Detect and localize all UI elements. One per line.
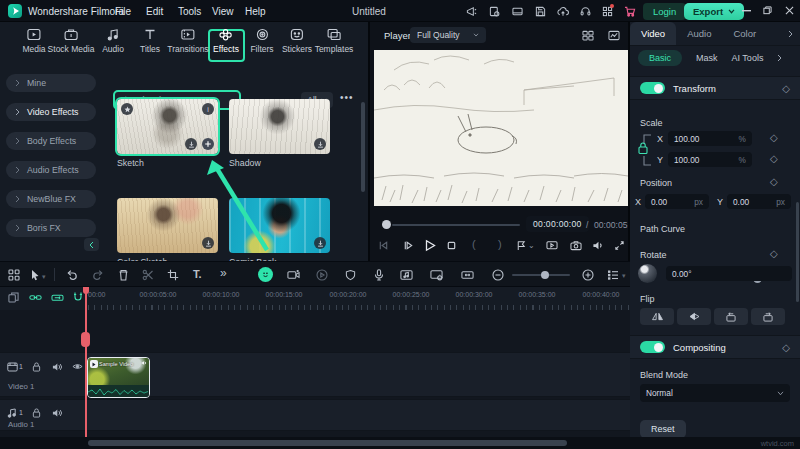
inspector-scrollbar[interactable]: [796, 202, 799, 302]
menu-file[interactable]: File: [115, 6, 131, 17]
sidebar-item-boris-fx[interactable]: Boris FX: [6, 219, 96, 237]
keyframe-diamond-icon[interactable]: ◇: [770, 153, 778, 164]
sidebar-item-video-effects[interactable]: Video Effects: [6, 103, 96, 121]
download-icon[interactable]: [314, 138, 326, 150]
blend-mode-dropdown[interactable]: Normal: [640, 384, 790, 402]
snapshot-camera-icon[interactable]: [570, 240, 582, 251]
scrubber-handle[interactable]: [382, 220, 391, 229]
flip-horizontal-button[interactable]: [640, 308, 674, 325]
rotate-cw-button[interactable]: [751, 308, 785, 325]
tabs-overflow-chevron-icon[interactable]: [788, 30, 793, 38]
paste-attributes-icon[interactable]: [8, 292, 19, 303]
volume-icon[interactable]: [592, 240, 604, 251]
tab-audio[interactable]: Audio: [102, 28, 124, 54]
mute-track-icon[interactable]: [52, 408, 63, 418]
playhead-handle[interactable]: [81, 332, 90, 347]
keyframe-diamond-icon[interactable]: ◇: [770, 132, 778, 143]
delete-icon[interactable]: [118, 269, 129, 281]
more-options-button[interactable]: •••: [340, 92, 354, 103]
flip-vertical-button[interactable]: [677, 308, 711, 325]
lock-track-icon[interactable]: [32, 408, 41, 418]
stop-button[interactable]: [446, 240, 457, 251]
ai-portrait-icon[interactable]: [258, 267, 273, 282]
tab-audio[interactable]: Audio: [676, 22, 722, 45]
zoom-out-icon[interactable]: [492, 269, 504, 281]
download-icon[interactable]: [202, 237, 214, 249]
favorite-star-icon[interactable]: [121, 103, 133, 115]
effects-list-scrollbar[interactable]: [361, 102, 365, 192]
preview-render-icon[interactable]: [316, 269, 328, 281]
keyframe-diamond-icon[interactable]: ◇: [782, 342, 790, 353]
previous-frame-icon[interactable]: [378, 240, 389, 251]
menu-tools[interactable]: Tools: [178, 6, 201, 17]
promotion-icon[interactable]: [466, 6, 477, 17]
effect-card-shadow[interactable]: Shadow: [229, 99, 330, 168]
keyframe-diamond-icon[interactable]: ◇: [782, 83, 790, 94]
minimize-button[interactable]: [742, 10, 751, 12]
play-button[interactable]: [424, 239, 436, 252]
keyframe-diamond-icon[interactable]: ◇: [770, 176, 778, 187]
menu-edit[interactable]: Edit: [146, 6, 163, 17]
sidebar-item-newblue-fx[interactable]: NewBlue FX: [6, 190, 96, 208]
tab-effects[interactable]: Effects: [213, 28, 239, 54]
sidebar-item-mine[interactable]: Mine: [6, 74, 96, 92]
tab-media[interactable]: Media: [22, 28, 45, 54]
tab-video[interactable]: Video: [630, 22, 676, 45]
playhead-head[interactable]: [83, 287, 90, 294]
audio-mixer-icon[interactable]: [400, 269, 413, 281]
subtab-mask[interactable]: Mask: [696, 53, 718, 63]
effect-thumbnail[interactable]: i: [117, 99, 218, 154]
mute-track-icon[interactable]: [52, 362, 63, 372]
split-screen-icon[interactable]: [582, 30, 594, 41]
position-x-input[interactable]: 0.00 px: [645, 194, 709, 209]
login-button[interactable]: Login: [643, 3, 686, 20]
scale-y-input[interactable]: 100.00 %: [668, 152, 752, 167]
tab-titles[interactable]: Titles: [140, 28, 160, 54]
effect-card-sketch[interactable]: i Sketch: [117, 99, 218, 168]
fit-timeline-icon[interactable]: [461, 269, 474, 281]
marker-icon[interactable]: [516, 240, 526, 251]
text-tool-icon[interactable]: T.: [193, 268, 202, 280]
tab-filters[interactable]: Filters: [250, 28, 273, 54]
auto-ripple-icon[interactable]: [51, 292, 64, 303]
resources-grid-icon[interactable]: [602, 6, 613, 17]
manage-tracks-icon[interactable]: [607, 269, 619, 281]
subtab-basic[interactable]: Basic: [638, 50, 682, 66]
download-icon[interactable]: [185, 138, 197, 150]
timeline-horizontal-scrollbar[interactable]: [88, 440, 567, 446]
undo-icon[interactable]: [66, 269, 78, 281]
scrubber-track[interactable]: [392, 224, 520, 226]
lock-track-icon[interactable]: [32, 362, 41, 372]
subtabs-overflow-chevron-icon[interactable]: [777, 54, 782, 62]
layout-icon[interactable]: [512, 6, 523, 17]
support-headset-icon[interactable]: [580, 6, 591, 17]
voiceover-mic-icon[interactable]: [374, 269, 384, 281]
subtab-ai-tools[interactable]: AI Tools: [732, 53, 764, 63]
shield-safearea-icon[interactable]: [345, 269, 356, 281]
preview-stage[interactable]: [374, 50, 628, 206]
rotate-ccw-button[interactable]: [714, 308, 748, 325]
playback-quality-dropdown[interactable]: Full Quality: [410, 27, 486, 43]
info-badge-icon[interactable]: i: [202, 103, 214, 115]
reset-button[interactable]: Reset: [640, 420, 686, 438]
crop-icon[interactable]: [167, 269, 179, 281]
more-tools-icon[interactable]: »: [220, 266, 227, 280]
mark-out-icon[interactable]: ): [498, 238, 502, 250]
audio-track-lane[interactable]: 1 Audio 1: [0, 399, 630, 431]
add-to-timeline-button[interactable]: [202, 138, 214, 150]
scopes-icon[interactable]: [608, 30, 620, 41]
store-cart-icon[interactable]: [624, 6, 636, 17]
screen-record-icon[interactable]: [287, 269, 300, 281]
restore-button[interactable]: [763, 6, 772, 15]
rotate-dial[interactable]: [638, 264, 657, 283]
close-button[interactable]: [785, 6, 794, 15]
render-settings-icon[interactable]: [430, 269, 443, 281]
rotate-input[interactable]: 0.00°: [666, 266, 792, 281]
effect-thumbnail[interactable]: [117, 198, 218, 253]
sidebar-item-audio-effects[interactable]: Audio Effects: [6, 161, 96, 179]
download-icon[interactable]: [314, 237, 326, 249]
split-scissors-icon[interactable]: [142, 269, 154, 281]
snapping-magnet-icon[interactable]: [72, 291, 84, 303]
redo-icon[interactable]: [92, 269, 104, 281]
compositing-toggle[interactable]: [640, 341, 665, 353]
